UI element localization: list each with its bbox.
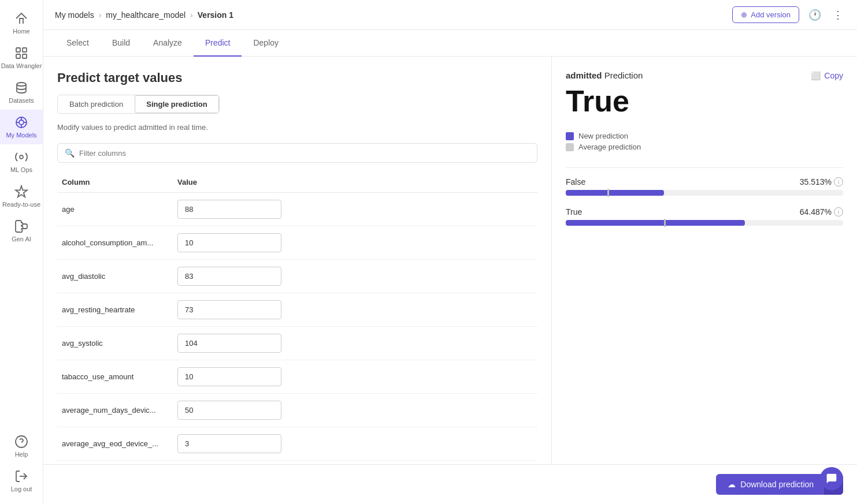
col-header-value: Value <box>173 172 537 193</box>
download-icon: ☁ <box>728 480 736 489</box>
bar-pct-false: 35.513% i <box>800 177 843 186</box>
legend-label-avg: Average prediction <box>578 143 641 151</box>
sidebar-item-home[interactable]: Home <box>0 6 43 40</box>
predict-header: Predict target values Batch prediction S… <box>43 57 551 143</box>
field-input[interactable] <box>177 267 281 286</box>
sidebar-item-gen-ai[interactable]: Gen AI <box>0 214 43 248</box>
legend-dot-new <box>566 132 574 140</box>
field-input[interactable] <box>177 434 281 453</box>
sidebar-label-help: Help <box>15 451 28 458</box>
breadcrumb: My models › my_healthcare_model › Versio… <box>55 10 233 20</box>
field-input[interactable] <box>177 367 281 386</box>
batch-prediction-button[interactable]: Batch prediction <box>58 95 135 113</box>
bottom-bar: ☁ Download prediction ▼ <box>43 464 857 504</box>
divider-1 <box>566 167 843 168</box>
table-cell-value <box>173 360 537 394</box>
sidebar-label-gen-ai: Gen AI <box>12 236 31 242</box>
table-row: avg_systolic <box>57 327 537 360</box>
table-cell-column: avg_systolic <box>57 327 173 360</box>
table-cell-value <box>173 260 537 293</box>
predict-subtitle: Modify values to predict admitted in rea… <box>57 123 537 132</box>
field-input[interactable] <box>177 300 281 319</box>
breadcrumb-my-models[interactable]: My models <box>55 10 94 20</box>
sidebar-label-my-models: My Models <box>6 132 36 139</box>
tab-build[interactable]: Build <box>101 30 142 57</box>
sidebar-item-log-out[interactable]: Log out <box>11 464 32 498</box>
svg-point-11 <box>20 155 23 159</box>
bar-label-false: False <box>566 177 585 186</box>
history-button[interactable]: 🕐 <box>806 6 823 24</box>
sidebar-label-home: Home <box>13 28 29 35</box>
breadcrumb-model-name[interactable]: my_healthcare_model <box>106 10 186 20</box>
breadcrumb-sep-1: › <box>99 10 102 20</box>
copy-label: Copy <box>824 71 843 80</box>
col-header-column: Column <box>57 172 173 193</box>
main-content: My models › my_healthcare_model › Versio… <box>43 0 857 504</box>
search-icon: 🔍 <box>65 148 75 158</box>
filter-columns-bar[interactable]: 🔍 <box>57 143 537 163</box>
table-cell-value <box>173 293 537 327</box>
bar-group-false: False 35.513% i <box>566 177 843 196</box>
field-input[interactable] <box>177 334 281 353</box>
legend-item-avg: Average prediction <box>566 143 843 151</box>
table-row: average_num_days_devic... <box>57 394 537 427</box>
sidebar-label-ready-to-use: Ready-to-use <box>2 201 40 208</box>
table-cell-column: alcohol_consumption_am... <box>57 226 173 260</box>
copy-button[interactable]: ⬜ Copy <box>811 71 843 80</box>
bar-pct-true: 64.487% i <box>800 207 843 216</box>
svg-point-4 <box>17 83 26 86</box>
prediction-toggle: Batch prediction Single prediction <box>57 95 220 114</box>
tab-select[interactable]: Select <box>55 30 101 57</box>
prediction-result-header: admitted Prediction ⬜ Copy <box>566 70 843 80</box>
svg-rect-0 <box>16 48 20 52</box>
sidebar-item-data-wrangler[interactable]: Data Wrangler <box>0 40 43 75</box>
prediction-label: admitted Prediction <box>566 70 643 80</box>
table-row: avg_diastolic <box>57 260 537 293</box>
download-label: Download prediction <box>740 480 814 489</box>
chat-bubble[interactable] <box>820 467 843 490</box>
field-input[interactable] <box>177 233 281 252</box>
sidebar: Home Data Wrangler Datasets My Models ML… <box>0 0 43 504</box>
sidebar-label-ml-ops: ML Ops <box>10 166 32 173</box>
add-version-button[interactable]: ⊕ Add version <box>732 6 799 23</box>
single-prediction-button[interactable]: Single prediction <box>135 95 218 113</box>
bar-fill-false <box>566 190 664 196</box>
info-icon-true[interactable]: i <box>834 207 843 216</box>
predict-title: Predict target values <box>57 70 537 85</box>
table-cell-value <box>173 394 537 427</box>
copy-icon: ⬜ <box>811 71 821 80</box>
bar-pct-false-value: 35.513% <box>800 177 832 186</box>
left-panel: Predict target values Batch prediction S… <box>43 57 552 464</box>
table-row: tabacco_use_amount <box>57 360 537 394</box>
bar-track-false <box>566 190 843 196</box>
sidebar-item-datasets[interactable]: Datasets <box>0 75 43 110</box>
table-cell-column: tabacco_use_amount <box>57 360 173 394</box>
bar-avg-line-false <box>607 189 609 197</box>
bar-group-true: True 64.487% i <box>566 207 843 226</box>
field-input[interactable] <box>177 401 281 420</box>
field-input[interactable] <box>177 200 281 219</box>
right-panel: admitted Prediction ⬜ Copy True New pred… <box>552 57 857 464</box>
header-actions: ⊕ Add version 🕐 ⋮ <box>732 6 845 24</box>
tab-predict[interactable]: Predict <box>194 30 242 57</box>
sidebar-label-data-wrangler: Data Wrangler <box>1 62 42 69</box>
content-area: Predict target values Batch prediction S… <box>43 57 857 504</box>
sidebar-item-help[interactable]: Help <box>11 429 32 464</box>
info-icon-false[interactable]: i <box>834 177 843 186</box>
table-row: avg_resting_heartrate <box>57 293 537 327</box>
sidebar-item-my-models[interactable]: My Models <box>0 110 43 144</box>
sidebar-item-ready-to-use[interactable]: Ready-to-use <box>0 179 43 214</box>
sidebar-item-ml-ops[interactable]: ML Ops <box>0 144 43 179</box>
sidebar-label-datasets: Datasets <box>9 97 34 104</box>
columns-table: Column Value age alcohol_consumption_am.… <box>57 172 537 461</box>
svg-rect-1 <box>23 48 27 52</box>
svg-point-12 <box>16 436 27 447</box>
more-options-button[interactable]: ⋮ <box>830 6 845 24</box>
filter-columns-input[interactable] <box>79 149 530 158</box>
svg-rect-2 <box>16 54 20 58</box>
tab-deploy[interactable]: Deploy <box>242 30 290 57</box>
legend-label-new: New prediction <box>578 132 628 140</box>
breadcrumb-version: Version 1 <box>198 10 233 20</box>
tab-analyze[interactable]: Analyze <box>142 30 194 57</box>
table-cell-column: avg_diastolic <box>57 260 173 293</box>
